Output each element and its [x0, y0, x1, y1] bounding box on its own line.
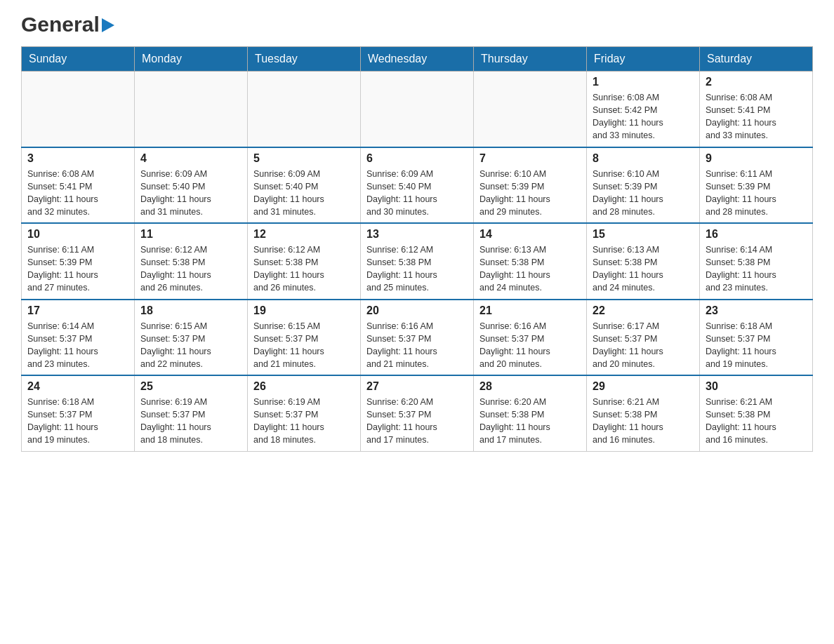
calendar-table: SundayMondayTuesdayWednesdayThursdayFrid… — [21, 46, 813, 452]
calendar-header-tuesday: Tuesday — [248, 47, 361, 72]
day-info: Sunrise: 6:21 AM Sunset: 5:38 PM Dayligh… — [706, 396, 807, 447]
calendar-cell: 20Sunrise: 6:16 AM Sunset: 5:37 PM Dayli… — [361, 300, 474, 376]
day-info: Sunrise: 6:15 AM Sunset: 5:37 PM Dayligh… — [140, 320, 241, 371]
calendar-cell: 3Sunrise: 6:08 AM Sunset: 5:41 PM Daylig… — [22, 147, 135, 224]
calendar-cell: 11Sunrise: 6:12 AM Sunset: 5:38 PM Dayli… — [135, 223, 248, 300]
calendar-cell — [248, 72, 361, 147]
day-number: 1 — [593, 76, 694, 88]
calendar-cell: 23Sunrise: 6:18 AM Sunset: 5:37 PM Dayli… — [700, 300, 813, 376]
day-info: Sunrise: 6:10 AM Sunset: 5:39 PM Dayligh… — [479, 168, 581, 219]
day-number: 21 — [479, 304, 581, 317]
day-info: Sunrise: 6:17 AM Sunset: 5:37 PM Dayligh… — [593, 320, 694, 371]
calendar-week-3: 10Sunrise: 6:11 AM Sunset: 5:39 PM Dayli… — [22, 223, 813, 300]
calendar-header-thursday: Thursday — [474, 47, 587, 72]
calendar-header-wednesday: Wednesday — [361, 47, 474, 72]
calendar-cell: 29Sunrise: 6:21 AM Sunset: 5:38 PM Dayli… — [587, 375, 700, 451]
calendar-header-saturday: Saturday — [700, 47, 813, 72]
day-number: 6 — [366, 152, 468, 165]
day-info: Sunrise: 6:14 AM Sunset: 5:38 PM Dayligh… — [706, 243, 807, 295]
calendar-cell: 13Sunrise: 6:12 AM Sunset: 5:38 PM Dayli… — [361, 223, 474, 300]
day-info: Sunrise: 6:12 AM Sunset: 5:38 PM Dayligh… — [366, 243, 468, 295]
calendar-cell: 5Sunrise: 6:09 AM Sunset: 5:40 PM Daylig… — [248, 147, 361, 224]
day-number: 29 — [593, 380, 694, 393]
calendar-cell: 2Sunrise: 6:08 AM Sunset: 5:41 PM Daylig… — [700, 72, 813, 147]
day-info: Sunrise: 6:10 AM Sunset: 5:39 PM Dayligh… — [593, 168, 694, 219]
calendar-cell: 24Sunrise: 6:18 AM Sunset: 5:37 PM Dayli… — [22, 375, 135, 451]
calendar-cell: 10Sunrise: 6:11 AM Sunset: 5:39 PM Dayli… — [22, 223, 135, 300]
calendar-week-5: 24Sunrise: 6:18 AM Sunset: 5:37 PM Dayli… — [22, 375, 813, 451]
day-number: 30 — [706, 380, 807, 393]
day-info: Sunrise: 6:09 AM Sunset: 5:40 PM Dayligh… — [140, 168, 241, 219]
calendar-cell: 1Sunrise: 6:08 AM Sunset: 5:42 PM Daylig… — [587, 72, 700, 147]
day-number: 22 — [593, 304, 694, 317]
day-number: 24 — [27, 380, 128, 393]
day-info: Sunrise: 6:20 AM Sunset: 5:38 PM Dayligh… — [479, 396, 581, 447]
page-header: General — [21, 14, 813, 35]
calendar-week-2: 3Sunrise: 6:08 AM Sunset: 5:41 PM Daylig… — [22, 147, 813, 224]
calendar-cell: 17Sunrise: 6:14 AM Sunset: 5:37 PM Dayli… — [22, 300, 135, 376]
day-info: Sunrise: 6:16 AM Sunset: 5:37 PM Dayligh… — [366, 320, 468, 371]
day-info: Sunrise: 6:13 AM Sunset: 5:38 PM Dayligh… — [593, 243, 694, 295]
calendar-cell — [22, 72, 135, 147]
day-info: Sunrise: 6:19 AM Sunset: 5:37 PM Dayligh… — [140, 396, 241, 447]
day-info: Sunrise: 6:09 AM Sunset: 5:40 PM Dayligh… — [366, 168, 468, 219]
day-info: Sunrise: 6:15 AM Sunset: 5:37 PM Dayligh… — [253, 320, 355, 371]
calendar-week-1: 1Sunrise: 6:08 AM Sunset: 5:42 PM Daylig… — [22, 72, 813, 147]
day-number: 26 — [253, 380, 355, 393]
day-number: 12 — [253, 228, 355, 241]
day-number: 23 — [706, 304, 807, 317]
day-number: 10 — [27, 228, 128, 241]
day-info: Sunrise: 6:11 AM Sunset: 5:39 PM Dayligh… — [27, 243, 128, 295]
calendar-cell — [361, 72, 474, 147]
day-info: Sunrise: 6:14 AM Sunset: 5:37 PM Dayligh… — [27, 320, 128, 371]
day-number: 9 — [706, 152, 807, 165]
day-number: 16 — [706, 228, 807, 241]
day-number: 18 — [140, 304, 241, 317]
day-number: 19 — [253, 304, 355, 317]
day-info: Sunrise: 6:19 AM Sunset: 5:37 PM Dayligh… — [253, 396, 355, 447]
calendar-cell: 22Sunrise: 6:17 AM Sunset: 5:37 PM Dayli… — [587, 300, 700, 376]
calendar-cell: 16Sunrise: 6:14 AM Sunset: 5:38 PM Dayli… — [700, 223, 813, 300]
day-number: 2 — [706, 76, 807, 88]
day-number: 15 — [593, 228, 694, 241]
day-info: Sunrise: 6:20 AM Sunset: 5:37 PM Dayligh… — [366, 396, 468, 447]
calendar-cell: 7Sunrise: 6:10 AM Sunset: 5:39 PM Daylig… — [474, 147, 587, 224]
calendar-cell: 12Sunrise: 6:12 AM Sunset: 5:38 PM Dayli… — [248, 223, 361, 300]
calendar-header-friday: Friday — [587, 47, 700, 72]
calendar-cell: 25Sunrise: 6:19 AM Sunset: 5:37 PM Dayli… — [135, 375, 248, 451]
day-number: 4 — [140, 152, 241, 165]
day-info: Sunrise: 6:16 AM Sunset: 5:37 PM Dayligh… — [479, 320, 581, 371]
logo-arrow-icon — [102, 18, 114, 32]
day-number: 28 — [479, 380, 581, 393]
day-info: Sunrise: 6:21 AM Sunset: 5:38 PM Dayligh… — [593, 396, 694, 447]
calendar-cell: 27Sunrise: 6:20 AM Sunset: 5:37 PM Dayli… — [361, 375, 474, 451]
day-info: Sunrise: 6:08 AM Sunset: 5:42 PM Dayligh… — [593, 91, 694, 142]
calendar-cell: 8Sunrise: 6:10 AM Sunset: 5:39 PM Daylig… — [587, 147, 700, 224]
day-number: 27 — [366, 380, 468, 393]
calendar-cell: 18Sunrise: 6:15 AM Sunset: 5:37 PM Dayli… — [135, 300, 248, 376]
calendar-header-row: SundayMondayTuesdayWednesdayThursdayFrid… — [22, 47, 813, 72]
calendar-cell: 4Sunrise: 6:09 AM Sunset: 5:40 PM Daylig… — [135, 147, 248, 224]
calendar-cell: 9Sunrise: 6:11 AM Sunset: 5:39 PM Daylig… — [700, 147, 813, 224]
calendar-cell: 28Sunrise: 6:20 AM Sunset: 5:38 PM Dayli… — [474, 375, 587, 451]
day-info: Sunrise: 6:12 AM Sunset: 5:38 PM Dayligh… — [253, 243, 355, 295]
calendar-week-4: 17Sunrise: 6:14 AM Sunset: 5:37 PM Dayli… — [22, 300, 813, 376]
logo: General — [21, 14, 114, 35]
calendar-cell: 6Sunrise: 6:09 AM Sunset: 5:40 PM Daylig… — [361, 147, 474, 224]
day-info: Sunrise: 6:18 AM Sunset: 5:37 PM Dayligh… — [27, 396, 128, 447]
calendar-header-monday: Monday — [135, 47, 248, 72]
calendar-cell: 15Sunrise: 6:13 AM Sunset: 5:38 PM Dayli… — [587, 223, 700, 300]
calendar-cell: 14Sunrise: 6:13 AM Sunset: 5:38 PM Dayli… — [474, 223, 587, 300]
day-number: 11 — [140, 228, 241, 241]
day-number: 14 — [479, 228, 581, 241]
day-number: 8 — [593, 152, 694, 165]
day-info: Sunrise: 6:11 AM Sunset: 5:39 PM Dayligh… — [706, 168, 807, 219]
day-info: Sunrise: 6:13 AM Sunset: 5:38 PM Dayligh… — [479, 243, 581, 295]
day-number: 20 — [366, 304, 468, 317]
day-number: 13 — [366, 228, 468, 241]
calendar-header-sunday: Sunday — [22, 47, 135, 72]
calendar-cell — [474, 72, 587, 147]
calendar-cell: 19Sunrise: 6:15 AM Sunset: 5:37 PM Dayli… — [248, 300, 361, 376]
day-number: 5 — [253, 152, 355, 165]
calendar-cell: 30Sunrise: 6:21 AM Sunset: 5:38 PM Dayli… — [700, 375, 813, 451]
